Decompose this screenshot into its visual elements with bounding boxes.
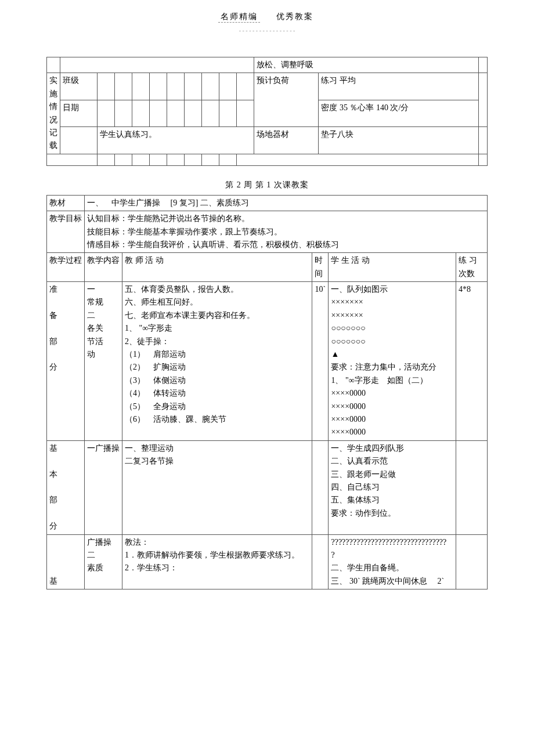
table-row: 基 广播操 二 素质 教法： 1．教师讲解动作要领，学生根据教师要求练习。 2．… [47,534,488,589]
page-content: 放松、调整呼吸 实施情况记载 班级 预计负荷 练习 平均 日期 [46,57,488,589]
empty-cell [184,154,201,165]
goal-emotion: 情感目标：学生能自我评价，认真听讲、看示范，积极模仿、积极练习 [87,238,485,251]
prep-student: 一、队列如图示 ××××××× ××××××× ○○○○○○○ ○○○○○○○ … [329,282,456,441]
empty-cell [219,73,236,100]
empty-cell [167,73,184,100]
empty-cell [60,127,98,154]
table-row: 放松、调整呼吸 [47,57,488,73]
empty-cell [97,100,114,126]
empty-cell [219,100,236,126]
impl-label: 实施情况记载 [47,73,60,154]
hdr-process: 教学过程 [47,253,85,282]
empty-cell [149,154,167,165]
empty-cell [149,100,167,126]
empty-cell [114,154,132,165]
table-row: 实施情况记载 班级 预计负荷 练习 平均 [47,73,488,100]
empty-cell [236,100,254,126]
forecast-label: 预计负荷 [254,73,319,127]
basic2-teacher: 教法： 1．教师讲解动作要领，学生根据教师要求练习。 2．学生练习： [122,534,312,589]
basic-label: 基 本 部 分 [47,440,85,534]
prep-reps: 4*8 [456,282,488,441]
empty-cell [47,154,98,165]
basic-teacher: 一、整理运动 二复习各节操 [122,440,312,534]
empty-cell [114,73,132,100]
prep-teacher: 五、体育委员整队，报告人数。 六、师生相互问好。 七、老师宣布本课主要内容和任务… [122,282,312,441]
empty-cell [167,100,184,126]
date-label: 日期 [60,100,98,126]
table-row: 教学过程 教学内容 教 师 活 动 时间 学 生 活 动 练 习 次数 [47,253,488,282]
density-line1: 练习 平均 [319,73,478,100]
table-row [47,154,488,165]
empty-cell [167,154,184,165]
empty-cell [97,73,114,100]
prep-content: 一 常规 二 各关 节活 动 [85,282,122,441]
table-row: 基 本 部 分 一广播操 一、整理运动 二复习各节操 一、学生成四列队形 二、认… [47,440,488,534]
table-row: 教学目标 认知目标：学生能熟记并说出各节操的名称。 技能目标：学生能基本掌握动作… [47,211,488,253]
prep-label: 准 备 部 分 [47,282,85,441]
basic2-student: ???????????????????????????????? ? 二、学生用… [329,534,456,589]
empty-cell [184,73,201,100]
basic-content: 一广播操 [85,440,122,534]
top-table: 放松、调整呼吸 实施情况记载 班级 预计负荷 练习 平均 日期 [46,57,488,166]
empty-cell [478,127,488,154]
hdr-time: 时间 [312,253,329,282]
hdr-teacher: 教 师 活 动 [122,253,312,282]
header-title-left: 名师精编 [218,12,260,23]
empty-cell [60,57,254,73]
basic-student: 一、学生成四列队形 二、认真看示范 三、跟老师一起做 四、自己练习 五、集体练习… [329,440,456,534]
basic2-content: 广播操 二 素质 [85,534,122,589]
empty-cell [201,73,219,100]
empty-cell [97,154,114,165]
empty-cell [132,100,149,126]
lesson-title: 第 2 周 第 1 次课教案 [46,180,488,190]
jiaocai-label: 教材 [47,195,85,211]
table-row: 教材 一、 中学生广播操 [9 复习] 二、素质练习 [47,195,488,211]
prep-time: 10` [312,282,329,441]
empty-cell [312,440,329,534]
page-header: 名师精编 优秀教案 [0,12,534,23]
lesson-table: 教材 一、 中学生广播操 [9 复习] 二、素质练习 教学目标 认知目标：学生能… [46,195,488,589]
empty-cell [149,73,167,100]
header-dashes: - - - - - - - - - - - - - - - - - [0,27,534,34]
empty-cell [114,100,132,126]
empty-cell [236,73,254,100]
student-note: 学生认真练习。 [97,127,254,154]
table-row: 准 备 部 分 一 常规 二 各关 节活 动 五、体育委员整队，报告人数。 六、… [47,282,488,441]
hdr-reps: 练 习 次数 [456,253,488,282]
relax-cell: 放松、调整呼吸 [254,57,478,73]
empty-cell [312,534,329,589]
empty-cell [47,57,60,73]
empty-cell [219,154,236,165]
basic2-label: 基 [47,534,85,589]
table-row: 学生认真练习。 场地器材 垫子八块 [47,127,488,154]
empty-cell [132,154,149,165]
empty-cell [456,534,488,589]
empty-cell [236,154,478,165]
empty-cell [456,440,488,534]
empty-cell [478,57,488,73]
goals-label: 教学目标 [47,211,85,253]
goal-cognitive: 认知目标：学生能熟记并说出各节操的名称。 [87,212,485,225]
class-label: 班级 [60,73,98,100]
goals-cell: 认知目标：学生能熟记并说出各节操的名称。 技能目标：学生能基本掌握动作要求，跟上… [85,211,488,253]
density-line2: 密度 35 ％心率 140 次/分 [319,100,478,126]
jiaocai-value: 一、 中学生广播操 [9 复习] 二、素质练习 [85,195,488,211]
venue-label: 场地器材 [254,127,319,154]
empty-cell [132,73,149,100]
empty-cell [184,100,201,126]
empty-cell [201,154,219,165]
empty-cell [478,154,488,165]
header-title-right: 优秀教案 [274,12,316,22]
hdr-student: 学 生 活 动 [329,253,456,282]
hdr-content: 教学内容 [85,253,122,282]
empty-cell [478,73,488,127]
venue-value: 垫子八块 [319,127,478,154]
empty-cell [201,100,219,126]
goal-skill: 技能目标：学生能基本掌握动作要求，跟上节奏练习。 [87,226,485,238]
